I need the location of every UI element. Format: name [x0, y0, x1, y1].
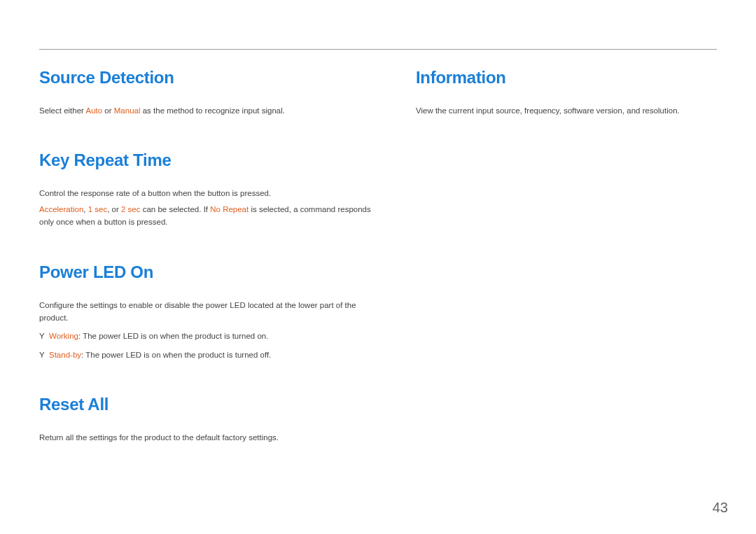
heading-power-led: Power LED On [39, 262, 382, 282]
highlight-acceleration: Acceleration [39, 205, 83, 213]
highlight-working: Working [49, 332, 78, 340]
heading-source-detection: Source Detection [39, 68, 382, 87]
columns-wrapper: Source Detection Select either Auto or M… [39, 68, 717, 478]
body-source-detection: Select either Auto or Manual as the meth… [39, 104, 382, 117]
left-column: Source Detection Select either Auto or M… [39, 68, 382, 478]
body-key-repeat-2: Acceleration, 1 sec, or 2 sec can be sel… [39, 203, 382, 229]
heading-key-repeat: Key Repeat Time [39, 150, 382, 170]
highlight-norepeat: No Repeat [210, 205, 248, 213]
text: : The power LED is on when the product i… [78, 332, 268, 340]
body-reset-all: Return all the settings for the product … [39, 431, 382, 444]
text: as the method to recognize input signal. [141, 106, 286, 115]
section-reset-all: Reset All Return all the settings for th… [39, 395, 382, 444]
body-power-led: Configure the settings to enable or disa… [39, 299, 382, 325]
page-number: 43 [713, 500, 728, 516]
top-divider [39, 49, 717, 50]
section-key-repeat: Key Repeat Time Control the response rat… [39, 150, 382, 228]
highlight-manual: Manual [114, 106, 141, 115]
text: Select either [39, 106, 85, 115]
highlight-1sec: 1 sec [88, 205, 108, 213]
section-source-detection: Source Detection Select either Auto or M… [39, 68, 382, 117]
heading-information: Information [416, 68, 717, 87]
right-column: Information View the current input sourc… [416, 68, 717, 478]
body-information: View the current input source, frequency… [416, 104, 717, 117]
highlight-2sec: 2 sec [121, 205, 141, 213]
bullet-working: Working: The power LED is on when the pr… [39, 330, 382, 342]
text: can be selected. If [141, 205, 211, 213]
text: , or [107, 205, 121, 213]
bullet-standby: Stand-by: The power LED is on when the p… [39, 349, 382, 361]
section-power-led: Power LED On Configure the settings to e… [39, 262, 382, 362]
text: or [102, 106, 114, 115]
highlight-auto: Auto [85, 106, 102, 115]
body-key-repeat-1: Control the response rate of a button wh… [39, 187, 382, 199]
section-information: Information View the current input sourc… [416, 68, 717, 117]
text: : The power LED is on when the product i… [81, 351, 271, 359]
highlight-standby: Stand-by [49, 351, 81, 359]
heading-reset-all: Reset All [39, 395, 382, 414]
